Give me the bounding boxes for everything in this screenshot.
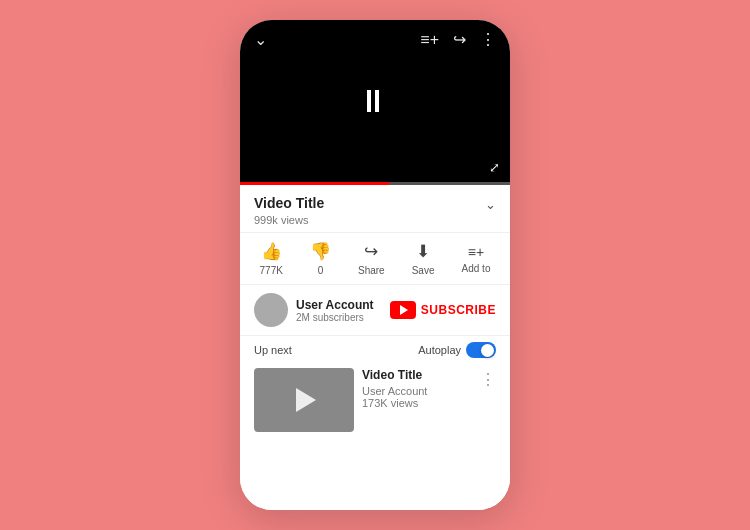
next-video-title: Video Title xyxy=(362,368,472,382)
dislike-button[interactable]: 👎 0 xyxy=(310,241,331,276)
share-icon[interactable]: ↪ xyxy=(453,30,466,49)
youtube-logo xyxy=(390,301,416,319)
share-button[interactable]: ↪ Share xyxy=(358,241,385,276)
channel-info: User Account 2M subscribers xyxy=(254,293,374,327)
dislike-count: 0 xyxy=(318,265,324,276)
chevron-down-icon[interactable]: ⌄ xyxy=(254,30,267,49)
pause-icon[interactable]: ⏸ xyxy=(357,82,393,119)
share-action-icon: ↪ xyxy=(364,241,378,262)
save-icon: ⬇ xyxy=(416,241,430,262)
next-video-info: Video Title User Account 173K views xyxy=(362,368,472,409)
progress-fill xyxy=(240,182,389,185)
youtube-play-icon xyxy=(400,305,408,315)
add-to-icon: ≡+ xyxy=(468,244,484,260)
like-icon: 👍 xyxy=(261,241,282,262)
fullscreen-icon[interactable]: ⤢ xyxy=(489,160,500,175)
autoplay-row: Autoplay xyxy=(418,342,496,358)
add-to-queue-icon[interactable]: ≡+ xyxy=(420,31,439,49)
channel-name: User Account xyxy=(296,298,374,312)
video-title: Video Title xyxy=(254,195,324,211)
next-video-thumbnail xyxy=(254,368,354,432)
add-to-button[interactable]: ≡+ Add to xyxy=(462,244,491,274)
video-title-row: Video Title ⌄ xyxy=(254,195,496,212)
video-info-section: Video Title ⌄ 999k views xyxy=(240,185,510,233)
thumbnail-play-icon xyxy=(296,388,316,412)
progress-bar xyxy=(240,182,510,185)
share-label: Share xyxy=(358,265,385,276)
next-video-views: 173K views xyxy=(362,397,472,409)
channel-text: User Account 2M subscribers xyxy=(296,298,374,323)
video-player[interactable]: ⌄ ≡+ ↪ ⋮ ⏸ ⤢ xyxy=(240,20,510,185)
save-label: Save xyxy=(412,265,435,276)
channel-row: User Account 2M subscribers SUBSCRIBE xyxy=(240,285,510,336)
up-next-label: Up next xyxy=(254,344,292,356)
subscribe-button[interactable]: SUBSCRIBE xyxy=(390,301,496,319)
add-to-label: Add to xyxy=(462,263,491,274)
save-button[interactable]: ⬇ Save xyxy=(412,241,435,276)
next-video-channel: User Account xyxy=(362,385,472,397)
next-video-more-icon[interactable]: ⋮ xyxy=(480,368,496,389)
more-options-icon[interactable]: ⋮ xyxy=(480,30,496,49)
channel-avatar[interactable] xyxy=(254,293,288,327)
up-next-header: Up next Autoplay xyxy=(240,336,510,364)
video-controls-group: ≡+ ↪ ⋮ xyxy=(420,30,496,49)
like-count: 777K xyxy=(260,265,283,276)
phone-frame: ⌄ ≡+ ↪ ⋮ ⏸ ⤢ Video Title ⌄ 999k views 👍 xyxy=(240,20,510,510)
toggle-knob xyxy=(481,344,494,357)
subscribe-label: SUBSCRIBE xyxy=(421,303,496,317)
channel-subscribers: 2M subscribers xyxy=(296,312,374,323)
autoplay-toggle[interactable] xyxy=(466,342,496,358)
like-button[interactable]: 👍 777K xyxy=(260,241,283,276)
next-video-item[interactable]: Video Title User Account 173K views ⋮ xyxy=(240,364,510,440)
video-views: 999k views xyxy=(254,214,496,226)
expand-icon[interactable]: ⌄ xyxy=(485,197,496,212)
video-top-bar: ⌄ ≡+ ↪ ⋮ xyxy=(240,20,510,59)
dislike-icon: 👎 xyxy=(310,241,331,262)
action-bar: 👍 777K 👎 0 ↪ Share ⬇ Save ≡+ Add to xyxy=(240,233,510,285)
autoplay-label: Autoplay xyxy=(418,344,461,356)
content-area: Video Title ⌄ 999k views 👍 777K 👎 0 ↪ Sh… xyxy=(240,185,510,510)
